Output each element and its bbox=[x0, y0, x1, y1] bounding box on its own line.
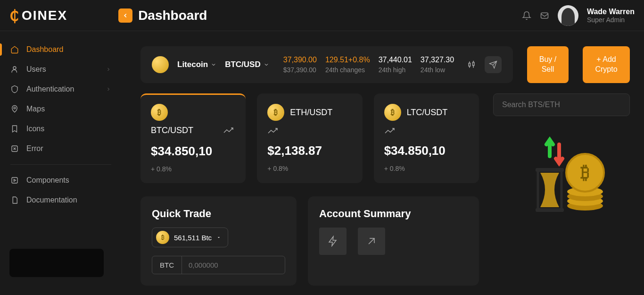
coin-card-ltc[interactable]: ₿ LTC/USDT $34.850,10 + 0.8% bbox=[374, 93, 479, 183]
avatar[interactable] bbox=[558, 5, 578, 26]
sidebar-item-label: Components bbox=[26, 176, 69, 185]
svg-rect-0 bbox=[541, 13, 548, 18]
sidebar-item-documentation[interactable]: Documentation bbox=[0, 190, 122, 210]
sidebar-item-authentication[interactable]: Authentication bbox=[0, 79, 122, 99]
home-icon bbox=[10, 45, 19, 54]
eth-icon: ₿ bbox=[267, 104, 284, 121]
card-price: $2,138.87 bbox=[267, 143, 352, 158]
summary-bolt-icon[interactable] bbox=[319, 228, 347, 255]
main-content: Litecoin BTC/USD 37,390.00 $37,390.00 12… bbox=[122, 31, 644, 295]
user-role: Super Admin bbox=[587, 16, 635, 24]
sidebar-item-icons[interactable]: Icons bbox=[0, 119, 122, 139]
brand-logo[interactable]: ₵ OINEX bbox=[9, 7, 67, 25]
sidebar-item-users[interactable]: Users bbox=[0, 59, 122, 79]
user-name: Wade Warren bbox=[587, 8, 635, 16]
ltc-icon: ₿ bbox=[384, 104, 401, 121]
ticker-price: 37,390.00 bbox=[283, 56, 317, 64]
quick-trade-amount: 561,511 Btc bbox=[174, 234, 212, 242]
pair-selector[interactable]: BTC/USD bbox=[225, 60, 269, 69]
coin-card-btc[interactable]: ₿ BTC/USDT $34.850,10 + 0.8% bbox=[140, 93, 246, 183]
svg-point-2 bbox=[14, 107, 16, 109]
ticker-high-label: 24th high bbox=[379, 66, 412, 74]
quick-trade-input-label: BTC bbox=[152, 256, 182, 274]
svg-point-1 bbox=[13, 67, 16, 69]
quick-trade-input-row: BTC bbox=[152, 256, 285, 274]
mail-icon[interactable] bbox=[540, 11, 549, 20]
x-box-icon bbox=[10, 144, 19, 153]
trend-up-icon bbox=[267, 127, 352, 135]
pair-name: BTC/USD bbox=[225, 60, 261, 69]
coin-name: Litecoin bbox=[177, 60, 208, 69]
chevron-down-icon bbox=[264, 62, 269, 67]
page-title: Dashboard bbox=[138, 8, 207, 23]
ticker-change-label: 24th changes bbox=[325, 66, 370, 74]
back-button[interactable] bbox=[118, 8, 132, 23]
summary-arrow-icon[interactable] bbox=[358, 228, 385, 255]
candlestick-icon[interactable] bbox=[463, 56, 480, 73]
chevron-right-icon bbox=[106, 67, 111, 72]
trend-up-icon bbox=[223, 127, 235, 135]
ticker-low: 37,327.30 bbox=[421, 56, 454, 64]
card-price: $34.850,10 bbox=[384, 143, 469, 158]
file-icon bbox=[10, 196, 19, 204]
quick-trade-input[interactable] bbox=[182, 256, 285, 274]
caret-down-icon bbox=[216, 235, 221, 240]
coin-selector[interactable]: Litecoin bbox=[177, 60, 216, 69]
account-summary-title: Account Summary bbox=[319, 208, 468, 220]
sidebar-item-label: Dashboard bbox=[26, 45, 63, 54]
coin-card-eth[interactable]: ₿ ETH/USDT $2,138.87 + 0.8% bbox=[257, 93, 362, 183]
card-change: + 0.8% bbox=[384, 165, 469, 172]
sidebar-divider bbox=[10, 164, 111, 165]
sidebar-item-label: Documentation bbox=[26, 196, 77, 204]
svg-text:₿: ₿ bbox=[580, 162, 590, 182]
logo-mark: ₵ bbox=[9, 7, 20, 25]
card-price: $34.850,10 bbox=[151, 144, 235, 159]
ticker-low-label: 24th low bbox=[421, 66, 454, 74]
buy-sell-button[interactable]: Buy / Sell bbox=[527, 46, 569, 83]
trend-up-icon bbox=[384, 127, 469, 135]
sidebar-item-label: Maps bbox=[26, 105, 45, 113]
user-info: Wade Warren Super Admin bbox=[587, 8, 635, 24]
quick-trade-title: Quick Trade bbox=[152, 208, 285, 220]
card-pair: LTC/USDT bbox=[407, 108, 448, 118]
chevron-down-icon bbox=[211, 62, 216, 67]
ticker-change: 129.51+0.8% bbox=[325, 56, 370, 64]
crypto-illustration: ₿ bbox=[493, 130, 630, 225]
sidebar-item-label: Icons bbox=[26, 125, 44, 133]
btc-icon: ₿ bbox=[151, 104, 168, 121]
send-icon[interactable] bbox=[485, 56, 502, 73]
svg-rect-4 bbox=[12, 177, 17, 183]
sidebar-promo-box bbox=[9, 249, 104, 277]
sidebar-item-label: Error bbox=[26, 144, 43, 153]
pin-icon bbox=[10, 105, 19, 113]
sidebar-item-error[interactable]: Error bbox=[0, 139, 122, 159]
shield-icon bbox=[10, 85, 19, 93]
add-crypto-button[interactable]: + Add Crypto bbox=[583, 46, 630, 83]
coin-icon bbox=[152, 56, 169, 73]
bookmark-icon bbox=[10, 125, 19, 133]
header: ₵ OINEX Dashboard Wade Warren Super Admi… bbox=[0, 0, 644, 31]
chevron-right-icon bbox=[106, 86, 111, 92]
ticker-price-sub: $37,390.00 bbox=[283, 66, 317, 74]
svg-rect-12 bbox=[536, 208, 564, 212]
search-input[interactable] bbox=[493, 93, 630, 116]
quick-trade-amount-selector[interactable]: ₿ 561,511 Btc bbox=[152, 228, 228, 247]
sidebar-item-maps[interactable]: Maps bbox=[0, 99, 122, 119]
card-change: + 0.8% bbox=[267, 165, 352, 172]
card-pair: BTC/USDT bbox=[151, 126, 193, 135]
ticker-bar: Litecoin BTC/USD 37,390.00 $37,390.00 12… bbox=[140, 46, 513, 83]
bell-icon[interactable] bbox=[522, 11, 531, 20]
quick-trade-panel: Quick Trade ₿ 561,511 Btc BTC bbox=[140, 196, 297, 286]
ticker-high: 37,440.01 bbox=[379, 56, 412, 64]
user-icon bbox=[10, 65, 19, 74]
sidebar-item-label: Users bbox=[26, 65, 46, 74]
brand-text: OINEX bbox=[22, 8, 67, 23]
card-pair: ETH/USDT bbox=[290, 108, 332, 118]
svg-rect-11 bbox=[536, 168, 564, 172]
sidebar: Dashboard Users Authentication Maps Icon… bbox=[0, 31, 122, 295]
sidebar-item-components[interactable]: Components bbox=[0, 170, 122, 190]
sidebar-item-label: Authentication bbox=[26, 85, 74, 93]
sidebar-item-dashboard[interactable]: Dashboard bbox=[0, 40, 122, 59]
btc-icon: ₿ bbox=[156, 231, 169, 244]
account-summary-panel: Account Summary bbox=[308, 196, 479, 286]
